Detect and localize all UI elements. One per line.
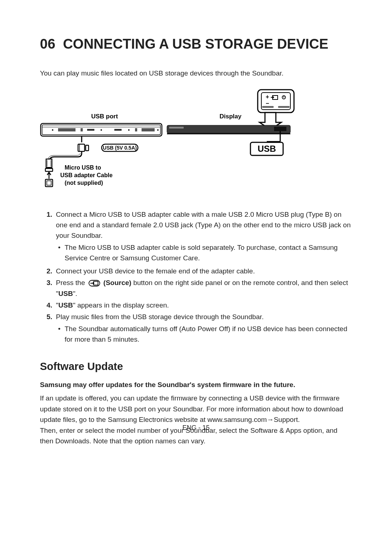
svg-rect-26 — [46, 159, 52, 168]
cable-and-port: USB (5V 0.5A) — [45, 136, 138, 187]
step-number: 1. — [40, 209, 56, 265]
svg-rect-31 — [167, 125, 290, 133]
svg-rect-33 — [169, 127, 184, 129]
step-number: 3. — [40, 277, 56, 299]
source-icon — [89, 280, 100, 286]
cable-label-2: USB adapter Cable — [60, 172, 113, 178]
cable-label-1: Micro USB to — [65, 164, 101, 171]
svg-rect-14 — [87, 129, 94, 131]
step-1-bullet: The Micro USB to USB adapter cable is so… — [56, 242, 352, 264]
intro-paragraph: You can play music files located on USB … — [40, 68, 352, 79]
software-update-heading: Software Update — [40, 361, 352, 373]
step-5-bullet: The Soundbar automatically turns off (Au… — [56, 324, 352, 345]
svg-rect-22 — [78, 144, 85, 151]
svg-text:+: + — [266, 94, 269, 100]
step-number: 5. — [40, 312, 56, 346]
svg-text:−: − — [266, 100, 269, 106]
svg-rect-32 — [167, 133, 290, 134]
heading-number: 06 — [40, 36, 55, 52]
svg-rect-15 — [114, 129, 122, 131]
svg-rect-12 — [58, 128, 75, 131]
usb-port-label: USB port — [91, 113, 118, 120]
usb-callout: USB — [250, 131, 283, 155]
page-heading: 06 CONNECTING A USB STORAGE DEVICE — [40, 36, 352, 52]
step-5: Play music files from the USB storage de… — [56, 312, 352, 346]
svg-point-19 — [101, 129, 102, 131]
software-update-lead: Samsung may offer updates for the Soundb… — [40, 380, 352, 390]
usb-badge: USB — [258, 144, 276, 154]
usb-5v-label: USB (5V 0.5A) — [103, 145, 136, 151]
soundbar-underside — [41, 123, 162, 136]
svg-point-18 — [52, 129, 53, 131]
remote-control-illustration: + − — [258, 90, 294, 130]
step-2: Connect your USB device to the female en… — [56, 266, 352, 276]
heading-title: CONNECTING A USB STORAGE DEVICE — [63, 36, 328, 52]
svg-rect-13 — [81, 128, 83, 131]
step-number: 2. — [40, 266, 56, 276]
svg-rect-28 — [45, 168, 53, 171]
svg-rect-16 — [135, 128, 137, 131]
svg-rect-17 — [142, 128, 155, 131]
step-3: Press the (Source) button on the right s… — [56, 277, 352, 299]
display-label: Display — [220, 113, 242, 120]
svg-rect-24 — [86, 145, 89, 151]
svg-rect-34 — [274, 127, 286, 131]
software-update-body-1: If an update is offered, you can update … — [40, 393, 352, 425]
soundbar-front — [167, 125, 290, 134]
svg-point-21 — [157, 129, 159, 131]
page-footer: ENG - 15 — [0, 424, 392, 432]
cable-label-3: (not supplied) — [65, 180, 103, 186]
svg-rect-30 — [47, 181, 51, 185]
step-number: 4. — [40, 300, 56, 310]
svg-rect-7 — [262, 106, 274, 108]
svg-rect-0 — [258, 90, 294, 113]
step-1: Connect a Micro USB to USB adapter cable… — [56, 209, 352, 265]
connection-diagram: + − USB port Display — [40, 88, 352, 198]
svg-point-20 — [128, 129, 130, 131]
svg-rect-8 — [278, 106, 290, 108]
step-4: "USB" appears in the display screen. — [56, 300, 352, 310]
instruction-steps: 1. Connect a Micro USB to USB adapter ca… — [40, 209, 352, 346]
